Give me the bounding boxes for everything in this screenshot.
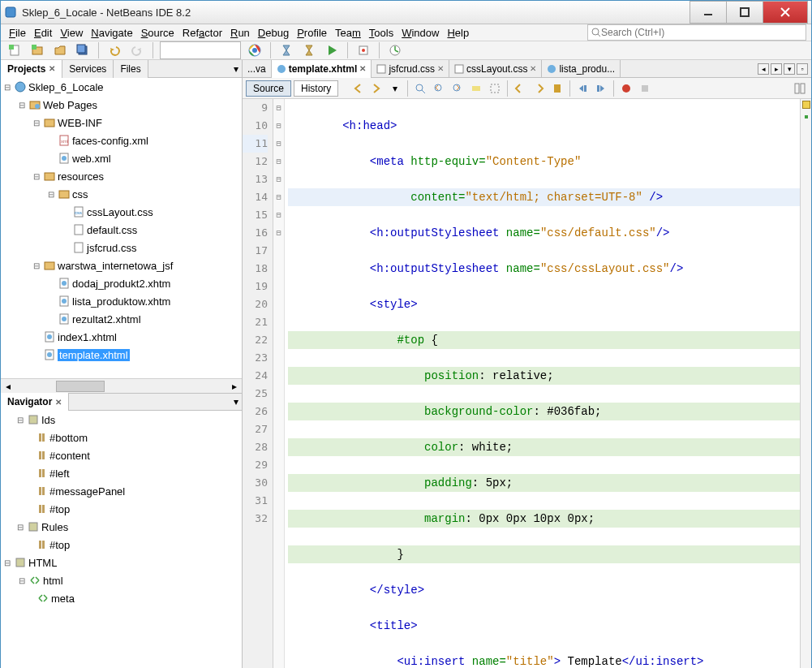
nav-ids[interactable]: ⊟Ids xyxy=(1,411,242,429)
tab-list-icon[interactable]: ▾ xyxy=(784,63,795,75)
menu-help[interactable]: Help xyxy=(444,25,472,41)
editor-tab[interactable]: cssLayout.css✕ xyxy=(449,60,542,78)
tree-warstwa[interactable]: ⊟warstwa_internetowa_jsf xyxy=(1,256,242,274)
tab-files[interactable]: Files xyxy=(114,60,148,78)
panel-menu-icon[interactable]: ▾ xyxy=(230,396,242,407)
scroll-left-icon[interactable]: ◂ xyxy=(758,63,769,75)
open-icon[interactable] xyxy=(51,41,69,59)
find-next-icon[interactable] xyxy=(449,80,466,97)
nav-html-child[interactable]: meta xyxy=(1,589,242,607)
nav-fwd-icon[interactable] xyxy=(368,80,385,97)
menu-window[interactable]: Window xyxy=(398,25,442,41)
menu-profile[interactable]: Profile xyxy=(294,25,330,41)
menu-team[interactable]: Team xyxy=(332,25,364,41)
tree-file[interactable]: lista_produktow.xhtm xyxy=(1,292,242,310)
toggle-bookmark-icon[interactable] xyxy=(549,80,565,97)
line-gutter[interactable]: 9101112131415161718192021222324252627282… xyxy=(243,99,273,668)
profile-icon[interactable] xyxy=(386,41,404,59)
editor-tab[interactable]: ...va xyxy=(243,60,272,78)
split-icon[interactable] xyxy=(792,80,808,97)
tab-services[interactable]: Services xyxy=(62,60,114,78)
error-stripe[interactable] xyxy=(800,99,811,668)
toggle-rect-icon[interactable] xyxy=(487,80,503,97)
tree-file[interactable]: index1.xhtml xyxy=(1,328,242,346)
mode-history[interactable]: History xyxy=(294,80,338,97)
menu-edit[interactable]: Edit xyxy=(31,25,55,41)
tab-projects[interactable]: Projects✕ xyxy=(1,60,62,78)
browser-icon[interactable] xyxy=(246,41,264,59)
dropdown-icon[interactable]: ▾ xyxy=(387,80,403,97)
tree-file[interactable]: default.css xyxy=(1,221,242,239)
nav-html[interactable]: ⊟HTML xyxy=(1,554,242,571)
run-icon[interactable] xyxy=(323,41,341,59)
undo-icon[interactable] xyxy=(105,41,123,59)
tree-project[interactable]: ⊟Sklep_6_Locale xyxy=(1,78,242,96)
prev-bookmark-icon[interactable] xyxy=(512,80,528,97)
navigator-tree[interactable]: ⊟Ids #bottom #content #left #messagePane… xyxy=(1,411,242,668)
menu-run[interactable]: Run xyxy=(227,25,253,41)
tree-file[interactable]: jsfcrud.css xyxy=(1,239,242,256)
next-bookmark-icon[interactable] xyxy=(531,80,547,97)
close-icon[interactable]: ✕ xyxy=(49,64,55,73)
nav-item[interactable]: #top xyxy=(1,500,242,518)
tree-file[interactable]: dodaj_produkt2.xhtm xyxy=(1,274,242,292)
nav-item[interactable]: #bottom xyxy=(1,429,242,446)
nav-back-icon[interactable] xyxy=(350,80,366,97)
tree-file[interactable]: xmlfaces-config.xml xyxy=(1,131,242,149)
mode-source[interactable]: Source xyxy=(246,80,291,97)
clean-build-icon[interactable] xyxy=(300,41,318,59)
save-all-icon[interactable] xyxy=(74,41,92,59)
menu-debug[interactable]: Debug xyxy=(255,25,292,41)
tree-web-pages[interactable]: ⊟Web Pages xyxy=(1,96,242,114)
menu-source[interactable]: Source xyxy=(138,25,178,41)
code-area[interactable]: <h:head> <meta http-equiv="Content-Type"… xyxy=(285,99,800,668)
minimize-button[interactable] xyxy=(690,1,727,24)
nav-rules[interactable]: ⊟Rules xyxy=(1,518,242,536)
shift-right-icon[interactable] xyxy=(593,80,609,97)
close-icon[interactable]: ✕ xyxy=(55,398,62,407)
build-icon[interactable] xyxy=(277,41,295,59)
panel-menu-icon[interactable]: ▾ xyxy=(230,63,242,75)
config-dropdown[interactable] xyxy=(160,41,241,59)
menu-tools[interactable]: Tools xyxy=(366,25,397,41)
menu-navigate[interactable]: Navigate xyxy=(88,25,135,41)
find-sel-icon[interactable] xyxy=(412,80,428,97)
nav-item[interactable]: #left xyxy=(1,464,242,482)
menu-view[interactable]: View xyxy=(57,25,86,41)
editor-tab-active[interactable]: template.xhtml✕ xyxy=(272,60,372,78)
nav-item[interactable]: #top xyxy=(1,536,242,554)
tree-web-inf[interactable]: ⊟WEB-INF xyxy=(1,114,242,131)
menu-file[interactable]: File xyxy=(6,25,29,41)
tree-file-selected[interactable]: template.xhtml xyxy=(1,346,242,364)
scroll-right-icon[interactable]: ▸ xyxy=(771,63,782,75)
maximize-icon[interactable]: ▫ xyxy=(797,63,808,75)
new-project-icon[interactable] xyxy=(28,41,46,59)
tree-file[interactable]: web.xml xyxy=(1,149,242,167)
nav-item[interactable]: #content xyxy=(1,446,242,464)
tab-navigator[interactable]: Navigator✕ xyxy=(1,393,69,411)
close-button[interactable] xyxy=(763,1,808,24)
shift-left-icon[interactable] xyxy=(574,80,591,97)
find-prev-icon[interactable] xyxy=(431,80,447,97)
close-icon[interactable]: ✕ xyxy=(359,64,366,73)
search-input[interactable] xyxy=(601,27,802,38)
tree-css-folder[interactable]: ⊟css xyxy=(1,185,242,203)
projects-tree[interactable]: ⊟Sklep_6_Locale ⊟Web Pages ⊟WEB-INF xmlf… xyxy=(1,78,242,378)
macro-stop-icon[interactable] xyxy=(637,80,653,97)
nav-html-root[interactable]: ⊟html xyxy=(1,571,242,589)
tree-file[interactable]: rezultat2.xhtml xyxy=(1,310,242,328)
tree-file[interactable]: csscssLayout.css xyxy=(1,203,242,221)
nav-item[interactable]: #messagePanel xyxy=(1,482,242,500)
macro-rec-icon[interactable] xyxy=(618,80,634,97)
editor-tab[interactable]: lista_produ... xyxy=(542,60,621,78)
fold-gutter[interactable]: ⊟⊟⊟⊟⊟⊟⊟⊟ xyxy=(273,99,285,668)
maximize-button[interactable] xyxy=(726,1,763,24)
projects-hscroll[interactable]: ◂▸ xyxy=(1,378,242,393)
warning-marker[interactable] xyxy=(802,101,810,109)
toggle-highlight-icon[interactable] xyxy=(468,80,484,97)
quick-search[interactable] xyxy=(587,24,806,41)
tree-resources[interactable]: ⊟resources xyxy=(1,167,242,185)
menu-refactor[interactable]: Refactor xyxy=(179,25,226,41)
new-file-icon[interactable] xyxy=(6,41,24,59)
debug-icon[interactable] xyxy=(354,41,372,59)
